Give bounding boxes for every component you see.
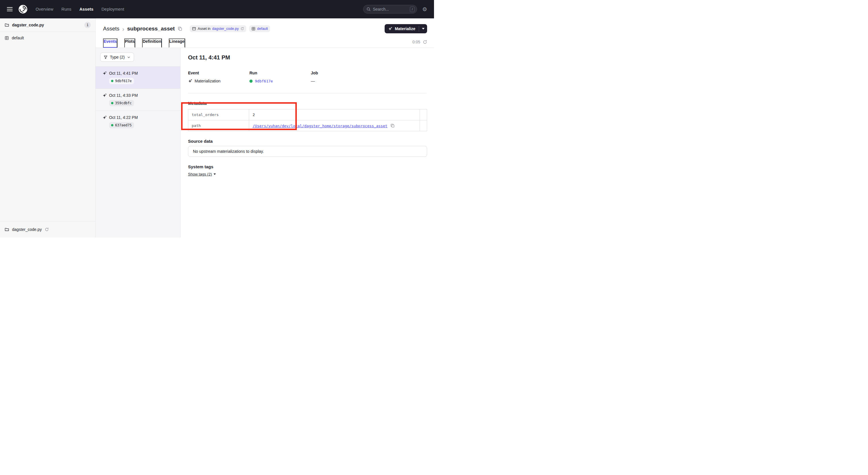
- refresh-icon[interactable]: [241, 27, 244, 30]
- copy-icon[interactable]: [391, 123, 395, 128]
- run-id: 637aed75: [115, 123, 132, 127]
- run-id: 359cdbfc: [115, 101, 132, 105]
- asset-group-icon: [251, 27, 255, 31]
- filter-label: Type (2): [110, 55, 125, 59]
- global-search[interactable]: /: [363, 5, 417, 13]
- asset-group-label: default: [12, 36, 24, 40]
- tag-prefix: Asset in: [198, 27, 210, 31]
- tab-definition[interactable]: Definition: [142, 38, 162, 48]
- footer-code-location-label: dagster_code.py: [12, 227, 42, 232]
- path-link[interactable]: /Users/yuhan/dev/local/dagster_home/stor…: [253, 124, 388, 128]
- run-id: 9dbf617e: [115, 79, 132, 83]
- tab-plots[interactable]: Plots: [124, 38, 135, 48]
- code-location-icon: [192, 27, 196, 31]
- materialization-sparkle-icon: [102, 93, 107, 98]
- tab-lineage[interactable]: Lineage: [169, 38, 185, 48]
- folder-icon: [5, 227, 9, 232]
- dagster-app: Overview Runs Assets Deployment / ⚙: [0, 0, 434, 237]
- materialization-sparkle-icon: [102, 115, 107, 120]
- materialization-sparkle-icon: [102, 71, 107, 76]
- breadcrumb-separator: ›: [122, 26, 124, 32]
- run-status-dot: [111, 124, 113, 126]
- sidebar-item-code-location[interactable]: dagster_code.py 1: [0, 19, 95, 32]
- reload-icon[interactable]: [45, 228, 49, 232]
- gear-icon[interactable]: ⚙: [422, 7, 427, 12]
- folder-icon: [5, 23, 9, 27]
- code-location-label: dagster_code.py: [12, 23, 44, 27]
- nav-item-overview[interactable]: Overview: [36, 7, 53, 11]
- show-tags-toggle[interactable]: Show tags (2): [188, 172, 216, 176]
- breadcrumb-assets-link[interactable]: Assets: [103, 26, 119, 32]
- event-list-item[interactable]: Oct 11, 4:22 PM 637aed75: [96, 111, 180, 133]
- event-list-item[interactable]: Oct 11, 4:33 PM 359cdbfc: [96, 88, 180, 111]
- tag-asset-group-link[interactable]: default: [257, 27, 268, 31]
- materialize-split-button: Materialize: [384, 24, 427, 33]
- search-icon: [367, 7, 371, 11]
- search-shortcut-key: /: [410, 7, 415, 12]
- table-spacer-cell: [420, 110, 427, 120]
- refresh-countdown: 0:05: [412, 40, 420, 44]
- tag-asset-group: default: [249, 25, 270, 32]
- metadata-value: 2: [249, 110, 420, 120]
- breadcrumb: Assets › subprocess_asset: [103, 26, 175, 32]
- search-input[interactable]: [373, 7, 408, 11]
- materialize-label: Materialize: [395, 26, 415, 31]
- page-header: Assets › subprocess_asset Asset in: [96, 19, 434, 48]
- metadata-table: total_orders 2 path /Users/yuhan/dev/loc…: [188, 109, 427, 131]
- metadata-key: total_orders: [188, 110, 249, 120]
- table-row: total_orders 2: [188, 110, 427, 120]
- materialize-dropdown-caret[interactable]: [419, 24, 427, 33]
- asset-group-icon: [5, 36, 9, 40]
- tab-events[interactable]: Events: [103, 38, 117, 48]
- job-label: Job: [311, 71, 372, 75]
- refresh-timer: 0:05: [412, 40, 427, 48]
- event-summary: Event Materialization Run: [188, 71, 427, 84]
- sidebar-footer-code-location[interactable]: dagster_code.py: [0, 221, 95, 237]
- source-data-heading: Source data: [188, 139, 427, 144]
- copy-icon[interactable]: [178, 26, 182, 31]
- tab-bar: Events Plots Definition Lineage 0:05: [103, 38, 427, 48]
- run-status-dot: [111, 102, 113, 104]
- asset-count-badge: 1: [84, 22, 91, 28]
- materialization-sparkle-icon: [188, 79, 192, 83]
- source-data-empty-message: No upstream materializations to display.: [188, 146, 427, 157]
- page-title: subprocess_asset: [127, 26, 175, 32]
- top-navbar: Overview Runs Assets Deployment / ⚙: [0, 0, 434, 19]
- asset-detail-page: Assets › subprocess_asset Asset in: [96, 19, 434, 237]
- refresh-icon[interactable]: [423, 40, 427, 44]
- event-detail-title: Oct 11, 4:41 PM: [188, 54, 427, 61]
- nav-item-assets[interactable]: Assets: [80, 7, 94, 11]
- event-timestamp: Oct 11, 4:41 PM: [109, 71, 138, 76]
- system-tags-heading: System tags: [188, 164, 427, 169]
- run-id-pill: 9dbf617e: [109, 78, 134, 84]
- run-label: Run: [249, 71, 311, 75]
- sidebar-item-asset-group[interactable]: default: [0, 32, 95, 44]
- event-list-item[interactable]: Oct 11, 4:41 PM 9dbf617e: [96, 66, 180, 88]
- primary-nav: Overview Runs Assets Deployment: [36, 7, 124, 11]
- tag-code-location-link[interactable]: dagster_code.py: [212, 27, 239, 31]
- table-spacer-cell: [420, 120, 427, 131]
- type-filter-button[interactable]: Type (2): [100, 53, 134, 62]
- run-id-link[interactable]: 9dbf617e: [255, 79, 273, 83]
- show-tags-label: Show tags (2): [188, 172, 212, 176]
- nav-item-deployment[interactable]: Deployment: [101, 7, 124, 11]
- nav-item-runs[interactable]: Runs: [61, 7, 71, 11]
- materialize-button[interactable]: Materialize: [384, 24, 419, 33]
- event-type-value: Materialization: [195, 79, 220, 83]
- event-timestamp: Oct 11, 4:22 PM: [109, 115, 138, 120]
- filter-icon: [104, 55, 107, 59]
- table-row: path /Users/yuhan/dev/local/dagster_home…: [188, 120, 427, 131]
- job-value: —: [311, 79, 315, 83]
- asset-catalog-sidebar: dagster_code.py 1 default dagster_code.p…: [0, 19, 96, 237]
- metadata-value: /Users/yuhan/dev/local/dagster_home/stor…: [249, 120, 420, 131]
- metadata-heading: Metadata: [188, 101, 427, 106]
- section-divider: [188, 93, 427, 93]
- run-id-pill: 637aed75: [109, 122, 134, 128]
- dagster-logo: [19, 5, 28, 14]
- run-id-pill: 359cdbfc: [109, 100, 134, 106]
- run-status-dot: [111, 80, 113, 82]
- hamburger-menu-icon[interactable]: [7, 7, 12, 11]
- event-list-panel: Type (2) Oct 11, 4:41 PM: [96, 48, 181, 237]
- event-timestamp: Oct 11, 4:33 PM: [109, 93, 138, 98]
- event-label: Event: [188, 71, 249, 75]
